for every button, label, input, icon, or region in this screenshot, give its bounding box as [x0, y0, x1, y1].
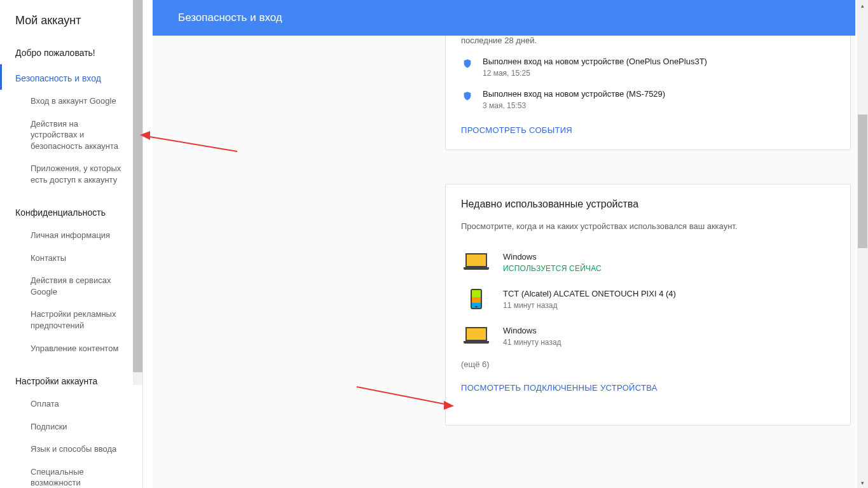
sidebar-item-device-activity[interactable]: Действия на устройствах и безопасность а… — [0, 113, 142, 158]
devices-card-desc: Просмотрите, когда и на каких устройства… — [461, 221, 835, 231]
view-devices-link[interactable]: ПОСМОТРЕТЬ ПОДКЛЮЧЕННЫЕ УСТРОЙСТВА — [461, 383, 658, 393]
view-events-link[interactable]: ПРОСМОТРЕТЬ СОБЫТИЯ — [461, 125, 572, 135]
sidebar-item-connected-apps[interactable]: Приложения, у которых есть доступ к акка… — [0, 157, 142, 191]
event-time: 12 мая, 15:25 — [483, 69, 707, 78]
main-content: последние 28 дней. Выполнен вход на ново… — [153, 36, 855, 488]
sidebar-item-language-input[interactable]: Язык и способы ввода — [0, 438, 142, 461]
sidebar-section-privacy[interactable]: Конфиденциальность — [0, 199, 142, 224]
device-name: TCT (Alcatel) ALCATEL ONETOUCH PIXI 4 (4… — [503, 289, 676, 298]
security-event-row: Выполнен вход на новом устройстве (MS-75… — [461, 84, 835, 116]
sidebar-item-personal-info[interactable]: Личная информация — [0, 224, 142, 247]
events-truncated-text: последние 28 дней. — [461, 36, 835, 45]
device-row[interactable]: Windows 41 минуту назад — [461, 319, 835, 356]
sidebar-title: Мой аккаунт — [0, 0, 142, 39]
devices-card-title: Недавно использованные устройства — [461, 199, 835, 210]
page-scrollbar-track[interactable]: ▴ ▾ — [857, 0, 868, 488]
laptop-icon — [464, 251, 489, 273]
sidebar-welcome[interactable]: Добро пожаловать! — [0, 39, 142, 64]
sidebar-item-google-signin[interactable]: Вход в аккаунт Google — [0, 90, 142, 113]
shield-icon — [462, 58, 472, 69]
phone-icon — [464, 288, 489, 310]
shield-icon — [462, 90, 472, 102]
sidebar-item-activity-controls[interactable]: Действия в сервисах Google — [0, 269, 142, 303]
device-row[interactable]: TCT (Alcatel) ALCATEL ONETOUCH PIXI 4 (4… — [461, 282, 835, 319]
event-time: 3 мая, 15:53 — [483, 101, 665, 110]
laptop-icon — [464, 325, 489, 347]
sidebar-item-ads-settings[interactable]: Настройки рекламных предпочтений — [0, 303, 142, 337]
event-title: Выполнен вход на новом устройстве (OnePl… — [483, 57, 707, 66]
security-event-row: Выполнен вход на новом устройстве (OnePl… — [461, 52, 835, 84]
device-status: 11 минут назад — [503, 301, 676, 310]
scroll-up-arrow-icon[interactable]: ▴ — [857, 0, 868, 11]
devices-more-count: (ещё 6) — [461, 359, 835, 369]
device-status: 41 минуту назад — [503, 338, 561, 347]
sidebar: Мой аккаунт Добро пожаловать! Безопаснос… — [0, 0, 143, 488]
event-title: Выполнен вход на новом устройстве (MS-75… — [483, 89, 665, 99]
sidebar-section-security[interactable]: Безопасность и вход — [0, 64, 142, 90]
sidebar-item-subscriptions[interactable]: Подписки — [0, 415, 142, 438]
recent-devices-card: Недавно использованные устройства Просмо… — [445, 184, 851, 426]
page-title: Безопасность и вход — [178, 11, 282, 24]
device-row[interactable]: Windows ИСПОЛЬЗУЕТСЯ СЕЙЧАС — [461, 245, 835, 282]
sidebar-item-payments[interactable]: Оплата — [0, 393, 142, 415]
page-header: Безопасность и вход — [153, 0, 855, 36]
sidebar-section-account[interactable]: Настройки аккаунта — [0, 367, 142, 393]
security-events-card: последние 28 дней. Выполнен вход на ново… — [445, 36, 851, 150]
sidebar-item-contacts[interactable]: Контакты — [0, 247, 142, 270]
device-name: Windows — [503, 252, 602, 261]
scroll-down-arrow-icon[interactable]: ▾ — [857, 477, 868, 488]
device-name: Windows — [503, 326, 561, 335]
sidebar-item-accessibility[interactable]: Специальные возможности — [0, 461, 142, 488]
sidebar-scrollbar-track[interactable] — [133, 0, 142, 385]
sidebar-item-content-controls[interactable]: Управление контентом — [0, 337, 142, 360]
page-scrollbar-thumb[interactable] — [858, 115, 867, 248]
sidebar-scrollbar-thumb[interactable] — [133, 0, 142, 372]
device-status: ИСПОЛЬЗУЕТСЯ СЕЙЧАС — [503, 264, 602, 273]
